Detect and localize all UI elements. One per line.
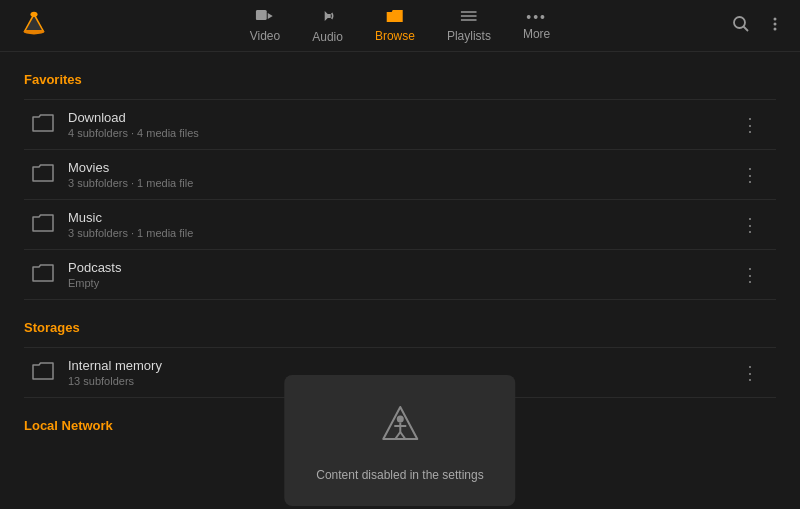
- folder-icon: [32, 114, 54, 135]
- svg-line-18: [395, 432, 400, 439]
- nav-item-video[interactable]: Video: [236, 3, 294, 49]
- more-nav-icon: •••: [526, 10, 547, 24]
- svg-line-10: [744, 27, 749, 32]
- browse-nav-icon: [386, 9, 404, 26]
- folder-name: Podcasts: [68, 260, 733, 275]
- folder-icon: [32, 164, 54, 185]
- folder-more-button[interactable]: ⋮: [733, 212, 768, 238]
- folder-name: Movies: [68, 160, 733, 175]
- topbar-nav: Video Audio Browse Playlists ••• More: [236, 2, 565, 50]
- folder-meta: Empty: [68, 277, 733, 289]
- nav-item-playlists[interactable]: Playlists: [433, 3, 505, 49]
- folder-more-button[interactable]: ⋮: [733, 262, 768, 288]
- overflow-menu-icon: [766, 15, 784, 33]
- folder-name: Internal memory: [68, 358, 733, 373]
- svg-point-3: [31, 12, 38, 17]
- nav-item-audio-label: Audio: [312, 30, 343, 44]
- folder-icon: [32, 264, 54, 285]
- folder-name: Music: [68, 210, 733, 225]
- svg-line-19: [400, 432, 405, 439]
- disabled-icon: [375, 399, 425, 458]
- audio-nav-icon: [320, 8, 336, 27]
- topbar-right-actions: [728, 11, 788, 40]
- svg-rect-4: [256, 10, 267, 20]
- folder-icon: [32, 214, 54, 235]
- topbar: Video Audio Browse Playlists ••• More: [0, 0, 800, 52]
- video-nav-icon: [256, 9, 274, 26]
- svg-point-12: [774, 23, 777, 26]
- svg-point-9: [734, 17, 745, 28]
- nav-item-more-label: More: [523, 27, 550, 41]
- nav-item-browse[interactable]: Browse: [361, 3, 429, 49]
- nav-item-playlists-label: Playlists: [447, 29, 491, 43]
- folder-meta: 4 subfolders · 4 media files: [68, 127, 733, 139]
- nav-item-audio[interactable]: Audio: [298, 2, 357, 50]
- search-button[interactable]: [728, 11, 754, 40]
- vlc-logo-icon: [20, 9, 48, 37]
- overflow-menu-button[interactable]: [762, 11, 788, 40]
- folder-meta: 3 subfolders · 1 media file: [68, 177, 733, 189]
- list-item[interactable]: Music 3 subfolders · 1 media file ⋮: [24, 200, 776, 250]
- list-item[interactable]: Movies 3 subfolders · 1 media file ⋮: [24, 150, 776, 200]
- storages-section-title: Storages: [24, 320, 776, 335]
- favorites-section-title: Favorites: [24, 72, 776, 87]
- folder-more-button[interactable]: ⋮: [733, 112, 768, 138]
- disabled-content-text: Content disabled in the settings: [316, 468, 483, 482]
- folder-icon: [32, 362, 54, 383]
- folder-meta: 3 subfolders · 1 media file: [68, 227, 733, 239]
- svg-point-13: [774, 28, 777, 31]
- folder-more-button[interactable]: ⋮: [733, 360, 768, 386]
- svg-point-11: [774, 18, 777, 21]
- folder-name: Download: [68, 110, 733, 125]
- playlists-nav-icon: [461, 9, 477, 26]
- disabled-content-popup: Content disabled in the settings: [284, 375, 515, 506]
- list-item[interactable]: Podcasts Empty ⋮: [24, 250, 776, 300]
- nav-item-browse-label: Browse: [375, 29, 415, 43]
- search-icon: [732, 15, 750, 33]
- svg-point-15: [396, 416, 403, 423]
- folder-more-button[interactable]: ⋮: [733, 162, 768, 188]
- svg-marker-5: [268, 13, 273, 19]
- sidebar-toggle-button[interactable]: [12, 5, 56, 46]
- nav-item-more[interactable]: ••• More: [509, 4, 564, 47]
- list-item[interactable]: Download 4 subfolders · 4 media files ⋮: [24, 100, 776, 150]
- nav-item-video-label: Video: [250, 29, 280, 43]
- favorites-list: Download 4 subfolders · 4 media files ⋮ …: [24, 99, 776, 300]
